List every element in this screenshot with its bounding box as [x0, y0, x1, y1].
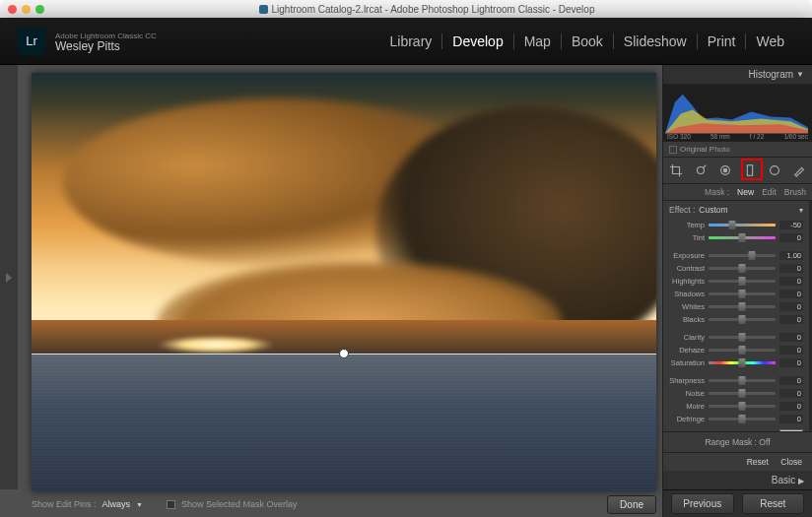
slider-saturation[interactable]: Saturation0 — [669, 356, 803, 369]
histo-focal: 58 mm — [710, 133, 730, 140]
lightroom-app: Lr Adobe Lightroom Classic CC Wesley Pit… — [0, 18, 812, 517]
show-pins-value[interactable]: Always — [102, 499, 131, 509]
radial-filter-icon[interactable] — [768, 163, 781, 177]
reset-button[interactable]: Reset — [742, 493, 805, 514]
mask-new[interactable]: New — [737, 187, 754, 197]
highlight-annotation — [741, 159, 763, 180]
slider-whites[interactable]: Whites0 — [669, 300, 803, 313]
module-print[interactable]: Print — [698, 33, 747, 49]
basic-panel-header[interactable]: Basic ▶ — [663, 471, 812, 489]
canvas-area: Show Edit Pins : Always ▼ Show Selected … — [0, 65, 662, 517]
svg-point-0 — [698, 167, 705, 174]
original-photo-toggle[interactable]: Original Photo — [663, 142, 812, 158]
module-library[interactable]: Library — [380, 33, 443, 49]
window-title: Lightroom Catalog-2.lrcat - Adobe Photos… — [49, 4, 804, 15]
panel-close[interactable]: Close — [780, 457, 802, 467]
slider-shadows[interactable]: Shadows0 — [669, 288, 803, 300]
previous-button[interactable]: Previous — [671, 493, 734, 514]
overlay-label: Show Selected Mask Overlay — [181, 499, 298, 509]
slider-highlights[interactable]: Highlights0 — [669, 275, 803, 288]
effect-preset[interactable]: Custom — [699, 205, 795, 215]
module-web[interactable]: Web — [746, 33, 794, 49]
slider-noise[interactable]: Noise0 — [669, 387, 803, 400]
module-slideshow[interactable]: Slideshow — [614, 33, 698, 49]
effect-sliders: Effect : Custom ▾ Temp-50Tint0Exposure1.… — [663, 201, 812, 431]
user-name: Wesley Pitts — [55, 41, 157, 51]
local-tools-row — [663, 158, 812, 184]
module-develop[interactable]: Develop — [442, 33, 513, 49]
left-panel-expand[interactable] — [0, 65, 18, 489]
gradient-pin[interactable] — [339, 349, 349, 358]
reset-close-row: Reset Close — [663, 453, 812, 471]
slider-temp[interactable]: Temp-50 — [669, 219, 803, 231]
panel-reset[interactable]: Reset — [747, 457, 769, 467]
range-mask-row[interactable]: Range Mask : Off — [663, 431, 812, 453]
brush-tool-icon[interactable] — [792, 163, 806, 177]
slider-tint[interactable]: Tint0 — [669, 231, 803, 244]
top-bar: Lr Adobe Lightroom Classic CC Wesley Pit… — [0, 18, 812, 65]
mask-edit[interactable]: Edit — [762, 187, 777, 197]
show-pins-label: Show Edit Pins : — [32, 499, 97, 509]
photo — [32, 73, 656, 491]
redeye-tool-icon[interactable] — [718, 163, 732, 177]
histo-shutter: 1/60 sec — [783, 133, 808, 140]
prev-reset-bar: Previous Reset — [663, 489, 812, 517]
spot-tool-icon[interactable] — [694, 163, 708, 177]
mask-brush[interactable]: Brush — [784, 187, 806, 197]
histo-iso: ISO 320 — [667, 133, 691, 140]
toolbar-bottom: Show Edit Pins : Always ▼ Show Selected … — [32, 491, 656, 513]
photo-viewport[interactable] — [32, 73, 656, 491]
crop-tool-icon[interactable] — [669, 163, 683, 177]
effect-label: Effect : — [669, 205, 695, 215]
minimize-window-icon[interactable] — [22, 5, 31, 14]
zoom-window-icon[interactable] — [35, 5, 44, 14]
identity-plate[interactable]: Adobe Lightroom Classic CC Wesley Pitts — [55, 32, 157, 51]
histogram[interactable]: ISO 320 58 mm f / 22 1/60 sec — [663, 85, 812, 142]
mask-mode-row: Mask : New Edit Brush — [663, 184, 812, 201]
slider-clarity[interactable]: Clarity0 — [669, 331, 803, 344]
done-button[interactable]: Done — [607, 495, 656, 514]
slider-contrast[interactable]: Contrast0 — [669, 262, 803, 275]
slider-blacks[interactable]: Blacks0 — [669, 313, 803, 326]
slider-defringe[interactable]: Defringe0 — [669, 413, 803, 425]
overlay-checkbox[interactable] — [167, 500, 175, 509]
slider-moire[interactable]: Moire0 — [669, 400, 803, 413]
module-map[interactable]: Map — [514, 33, 562, 49]
svg-point-2 — [723, 168, 727, 172]
close-window-icon[interactable] — [8, 5, 17, 14]
module-book[interactable]: Book — [562, 33, 614, 49]
slider-dehaze[interactable]: Dehaze0 — [669, 344, 803, 356]
app-doc-icon — [259, 5, 268, 14]
histogram-header[interactable]: Histogram▼ — [663, 65, 812, 85]
svg-point-4 — [770, 166, 778, 175]
right-panel: Histogram▼ ISO 320 58 mm f / 22 1/60 sec… — [662, 65, 812, 517]
mac-titlebar: Lightroom Catalog-2.lrcat - Adobe Photos… — [0, 0, 812, 18]
module-picker: LibraryDevelopMapBookSlideshowPrintWeb — [380, 33, 795, 49]
slider-sharpness[interactable]: Sharpness0 — [669, 374, 803, 387]
lr-logo: Lr — [18, 28, 45, 55]
slider-exposure[interactable]: Exposure1.00 — [669, 249, 803, 262]
histo-aperture: f / 22 — [750, 133, 764, 140]
